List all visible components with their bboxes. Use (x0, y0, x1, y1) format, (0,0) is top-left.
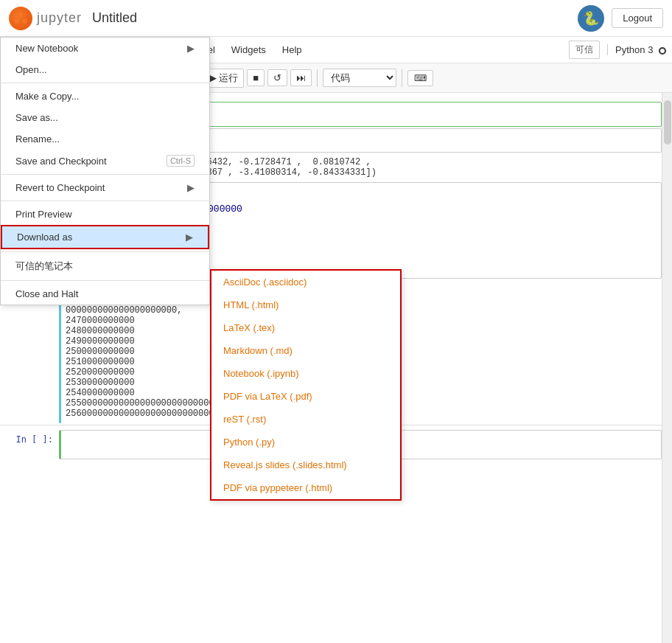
download-asciidoc[interactable]: AsciiDoc (.asciidoc) (211, 271, 400, 293)
header: jupyter Untitled 🐍 Logout (0, 0, 672, 37)
stop-button[interactable]: ■ (247, 69, 265, 86)
new-notebook-label: New Notebook (15, 43, 78, 54)
header-right: 🐍 Logout (578, 5, 663, 32)
separator-5 (1, 280, 209, 281)
download-as-submenu: AsciiDoc (.asciidoc) HTML (.html) LaTeX … (210, 269, 402, 501)
download-as-label: Download as (17, 232, 72, 243)
empty-cell-prompt: In [ ]: (0, 430, 59, 445)
separator-1 (1, 83, 209, 83)
menu-make-copy[interactable]: Make a Copy... (1, 86, 209, 107)
save-checkpoint-label: Save and Checkpoint (15, 156, 107, 167)
restart-run-button[interactable]: ⏭ (290, 69, 312, 86)
separator-2 (1, 174, 209, 175)
revert-arrow: ▶ (187, 182, 195, 193)
save-checkpoint-shortcut: Ctrl-S (167, 155, 195, 167)
toolbar-separator-5 (317, 69, 318, 87)
separator-4 (1, 251, 209, 252)
keyboard-shortcuts-button[interactable]: ⌨ (407, 70, 433, 86)
download-markdown[interactable]: Markdown (.md) (211, 339, 400, 362)
separator-3 (1, 201, 209, 201)
menu-rename[interactable]: Rename... (1, 128, 209, 150)
svg-point-0 (18, 12, 23, 16)
revert-checkpoint-label: Revert to Checkpoint (15, 182, 105, 193)
svg-point-1 (15, 18, 19, 23)
download-rest[interactable]: reST (.rst) (211, 408, 400, 431)
download-python[interactable]: Python (.py) (211, 431, 400, 453)
run-label: 运行 (219, 72, 238, 85)
new-notebook-arrow: ▶ (187, 43, 195, 54)
jupyter-logo-icon (9, 7, 32, 30)
download-reveal[interactable]: Reveal.js slides (.slides.html) (211, 453, 400, 476)
run-icon: ▶ (209, 72, 217, 83)
scrollbar[interactable] (662, 93, 672, 643)
menu-help[interactable]: Help (275, 41, 309, 59)
notebook-title[interactable]: Untitled (92, 10, 137, 26)
python-icon: 🐍 (578, 5, 604, 32)
open-label: Open... (15, 64, 47, 75)
svg-point-2 (22, 18, 27, 23)
jupyter-logo: jupyter (9, 7, 82, 30)
make-copy-label: Make a Copy... (15, 91, 79, 102)
download-as-arrow: ▶ (186, 232, 193, 243)
menu-print-preview[interactable]: Print Preview (1, 204, 209, 225)
rename-label: Rename... (15, 133, 60, 145)
download-notebook[interactable]: Notebook (.ipynb) (211, 362, 400, 385)
menu-new-notebook[interactable]: New Notebook ▶ (1, 38, 209, 59)
download-html[interactable]: HTML (.html) (211, 293, 400, 316)
menu-revert-checkpoint[interactable]: Revert to Checkpoint ▶ (1, 177, 209, 198)
menu-widgets[interactable]: Widgets (224, 41, 273, 59)
close-halt-label: Close and Halt (15, 288, 78, 299)
cell-type-select[interactable]: 代码 Markdown Raw NBConvert (323, 69, 396, 87)
trusted-notebook-label: 可信的笔记本 (15, 260, 73, 273)
file-menu-dropdown: New Notebook ▶ Open... Make a Copy... Sa… (0, 37, 210, 305)
menu-save-checkpoint[interactable]: Save and Checkpoint Ctrl-S (1, 150, 209, 172)
logout-button[interactable]: Logout (612, 8, 663, 28)
menu-save-as[interactable]: Save as... (1, 107, 209, 128)
jupyter-brand: jupyter (37, 10, 82, 26)
header-left: jupyter Untitled (9, 7, 137, 30)
trusted-badge: 可信 (569, 41, 600, 59)
menu-open[interactable]: Open... (1, 59, 209, 80)
download-pdf-latex[interactable]: PDF via LaTeX (.pdf) (211, 385, 400, 408)
print-preview-label: Print Preview (15, 209, 72, 220)
save-as-label: Save as... (15, 112, 58, 123)
menubar-right: 可信 Python 3 (569, 41, 666, 59)
scrollbar-thumb[interactable] (664, 100, 671, 145)
menu-download-as[interactable]: Download as ▶ (1, 225, 209, 249)
menu-trusted-notebook[interactable]: 可信的笔记本 (1, 254, 209, 278)
menu-close-halt[interactable]: Close and Halt (1, 283, 209, 305)
restart-button[interactable]: ↺ (267, 69, 287, 86)
toolbar-separator-6 (402, 69, 402, 87)
download-latex[interactable]: LaTeX (.tex) (211, 316, 400, 339)
kernel-info: Python 3 (607, 44, 666, 55)
download-pdf-pyppeteer[interactable]: PDF via pyppeteer (.html) (211, 476, 400, 499)
kernel-status-icon (659, 47, 666, 55)
